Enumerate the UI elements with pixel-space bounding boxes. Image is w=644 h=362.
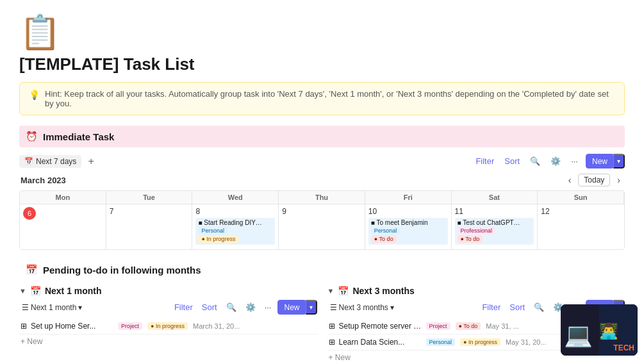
cal-date-12: 12 <box>541 207 621 216</box>
next3-new-row-button[interactable]: + New <box>327 350 352 362</box>
search-icon-button[interactable]: 🔍 <box>527 155 543 167</box>
cal-event-11-1[interactable]: ■ Test out ChatGPT t... Professional ● T… <box>455 218 534 245</box>
next1month-tab[interactable]: ☰ Next 1 month ▾ <box>19 302 85 313</box>
cal-event-11-1-title: ■ Test out ChatGPT t... <box>458 219 522 226</box>
cal-event-11-1-tag: Professional <box>458 227 496 234</box>
next7days-label: Next 7 days <box>36 157 76 166</box>
cal-event-8-1-status: ● In progress <box>198 235 238 243</box>
next7days-tab[interactable]: 📅 Next 7 days <box>19 155 81 168</box>
next3-row2-title: Learn Data Scien... <box>339 338 422 347</box>
filter-button[interactable]: Filter <box>473 155 497 167</box>
next1-sort-button[interactable]: Sort <box>199 301 220 313</box>
today-button[interactable]: Today <box>578 174 610 186</box>
next3months-tab[interactable]: ☰ Next 3 months ▾ <box>327 302 397 313</box>
next3-row2-tag: Personal <box>426 338 456 346</box>
cal-next-button[interactable]: › <box>614 174 623 186</box>
next3-row1-title: Setup Remote server on Ho... <box>339 322 422 331</box>
cal-date-11: 11 <box>455 207 534 216</box>
next1-filter-button[interactable]: Filter <box>172 301 195 313</box>
next3-filter-button[interactable]: Filter <box>479 301 503 313</box>
next3-row2-date: May 31, 20... <box>506 338 547 346</box>
cal-event-8-1-tag: Personal <box>198 227 227 234</box>
next1month-view-bar: ☰ Next 1 month ▾ Filter Sort 🔍 ⚙️ ··· Ne… <box>19 300 317 315</box>
next1-row1-status: ● In progress <box>147 322 188 330</box>
watermark: 💻 👨‍💻 TECH <box>561 304 638 356</box>
next1month-title: Next 1 month <box>45 286 102 296</box>
next1-row-1[interactable]: ⊞ Set up Home Ser... Project ● In progre… <box>19 318 317 334</box>
next3-row1-date: May 31, ... <box>486 322 518 330</box>
next1-row1-date: March 31, 20... <box>193 322 240 330</box>
pending-title: Pending to-do in following months <box>43 265 201 276</box>
next1month-chevron-icon: ▾ <box>78 303 82 312</box>
next3months-chevron-icon: ▾ <box>390 303 394 312</box>
pending-section-header: 📅 Pending to-do in following months <box>19 259 625 281</box>
next3-sort-button[interactable]: Sort <box>507 301 527 313</box>
next1-settings-button[interactable]: ⚙️ <box>243 301 258 313</box>
cal-day-9[interactable]: 9 <box>279 204 365 249</box>
next1-row1-title: Set up Home Ser... <box>31 322 114 331</box>
sort-button[interactable]: Sort <box>502 155 522 167</box>
more-options-button[interactable]: ··· <box>568 155 581 167</box>
cal-header-tue: Tue <box>106 191 193 204</box>
watermark-text: TECH <box>613 343 634 352</box>
new-button-chevron[interactable]: ▾ <box>613 154 625 169</box>
pending-icon: 📅 <box>26 264 38 276</box>
cal-prev-button[interactable]: ‹ <box>565 174 575 186</box>
immediate-title: Immediate Task <box>43 131 114 142</box>
cal-day-8[interactable]: 8 ■ Start Reading DIY T... Personal ● In… <box>192 204 279 249</box>
cal-header-wed: Wed <box>192 191 279 204</box>
next1-new-chevron[interactable]: ▾ <box>306 300 317 315</box>
cal-header-sat: Sat <box>452 191 538 204</box>
next1month-icon: 📅 <box>30 286 41 296</box>
svg-text:💻: 💻 <box>564 321 593 349</box>
add-view-button[interactable]: + <box>85 154 96 169</box>
cal-date-6: 6 <box>23 207 36 220</box>
hint-box: 💡 Hint: Keep track of all your tasks. Au… <box>19 82 625 115</box>
next1-new-row-button[interactable]: + New <box>19 334 44 349</box>
cal-event-8-1-title: ■ Start Reading DIY T... <box>198 219 262 226</box>
cal-header-mon: Mon <box>20 191 106 204</box>
cal-event-10-1-tag: Personal <box>371 227 400 234</box>
cal-event-8-1[interactable]: ■ Start Reading DIY T... Personal ● In p… <box>195 218 275 245</box>
next1-new-wrapper: New ▾ <box>277 300 317 315</box>
cal-day-7[interactable]: 7 <box>106 204 193 249</box>
next1-row1-tag: Project <box>118 322 142 330</box>
cal-date-10: 10 <box>368 207 448 216</box>
next1-new-button[interactable]: New <box>277 300 306 315</box>
immediate-icon: ⏰ <box>26 131 38 142</box>
next3-row2-status: ● In progress <box>460 338 500 346</box>
settings-icon-button[interactable]: ⚙️ <box>548 155 563 167</box>
next1month-header: ▼ 📅 Next 1 month <box>19 286 317 296</box>
page-title: [TEMPLATE] Task List <box>19 54 625 74</box>
next1month-toggle[interactable]: ▼ <box>19 287 26 295</box>
next1month-col: ▼ 📅 Next 1 month ☰ Next 1 month ▾ Filter… <box>19 286 317 362</box>
pending-columns: ▼ 📅 Next 1 month ☰ Next 1 month ▾ Filter… <box>19 286 625 362</box>
cal-day-6[interactable]: 6 <box>20 204 106 249</box>
cal-event-10-1[interactable]: ■ To meet Benjamin Personal ● To do <box>368 218 448 245</box>
calendar-grid: Mon Tue Wed Thu Fri Sat Sun 6 7 8 ■ Star… <box>19 190 625 250</box>
calendar-month: March 2023 <box>21 176 66 185</box>
next3-search-button[interactable]: 🔍 <box>531 301 547 313</box>
next1-search-button[interactable]: 🔍 <box>224 301 239 313</box>
cal-day-12[interactable]: 12 <box>538 204 624 249</box>
pending-section: 📅 Pending to-do in following months ▼ 📅 … <box>19 259 625 362</box>
cal-date-7: 7 <box>110 207 189 216</box>
new-button[interactable]: New <box>586 154 614 169</box>
next1-more-button[interactable]: ··· <box>262 301 274 313</box>
next3-row1-status: ● To do <box>456 322 481 330</box>
immediate-view-bar: 📅 Next 7 days + Filter Sort 🔍 ⚙️ ··· New… <box>19 152 625 170</box>
cal-event-10-1-status: ● To do <box>371 235 397 243</box>
next3months-tab-label: Next 3 months <box>339 303 388 312</box>
next3months-toggle[interactable]: ▼ <box>327 287 334 295</box>
cal-date-9: 9 <box>282 207 361 216</box>
cal-date-8: 8 <box>195 207 275 216</box>
next3months-icon: 📅 <box>338 286 349 296</box>
next3months-title: Next 3 months <box>352 286 414 296</box>
cal-day-11[interactable]: 11 ■ Test out ChatGPT t... Professional … <box>452 204 538 249</box>
immediate-task-section-header: ⏰ Immediate Task <box>19 126 625 147</box>
logo-icon: 📋 <box>19 13 625 52</box>
cal-event-11-1-status: ● To do <box>458 235 483 243</box>
cal-day-10[interactable]: 10 ■ To meet Benjamin Personal ● To do <box>365 204 452 249</box>
next3-row2-icon: ⊞ <box>329 338 335 347</box>
calendar-header: March 2023 ‹ Today › <box>19 174 625 186</box>
